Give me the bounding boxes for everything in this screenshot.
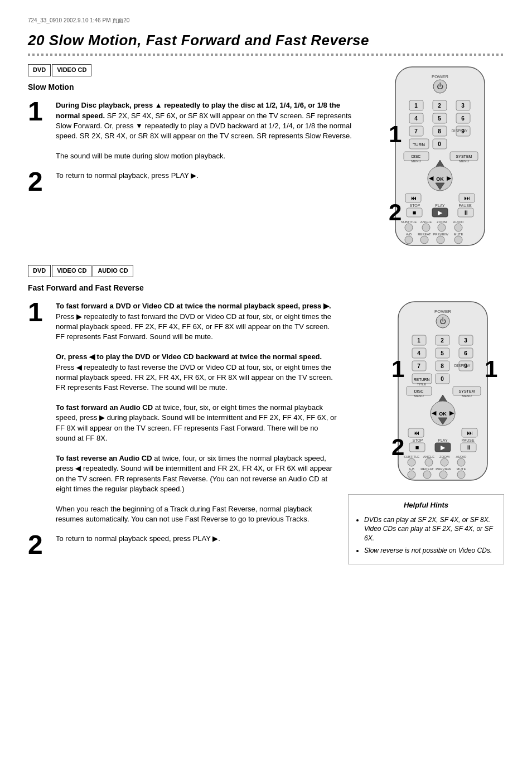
svg-point-67 xyxy=(454,236,462,244)
svg-text:▶: ▶ xyxy=(449,409,454,416)
svg-text:⏸: ⏸ xyxy=(463,209,469,216)
svg-text:PAUSE: PAUSE xyxy=(461,438,475,442)
svg-text:PLAY: PLAY xyxy=(435,204,445,207)
svg-point-128 xyxy=(425,458,433,466)
helpful-hints-list: DVDs can play at SF 2X, SF 4X, or SF 8X.… xyxy=(356,515,496,555)
svg-text:2: 2 xyxy=(438,103,441,109)
slow-motion-step1: 1 During Disc playback, press ▲ repeated… xyxy=(28,98,365,161)
svg-text:ANGLE: ANGLE xyxy=(420,220,432,224)
ff-step2: 2 To return to normal playback speed, pr… xyxy=(28,532,337,558)
svg-text:▶: ▶ xyxy=(441,444,446,451)
svg-point-57 xyxy=(422,224,430,231)
svg-text:4: 4 xyxy=(417,350,420,356)
title-divider xyxy=(28,54,504,56)
svg-point-65 xyxy=(420,236,428,244)
svg-text:0: 0 xyxy=(441,376,444,382)
svg-text:TURN: TURN xyxy=(413,142,425,147)
helpful-hint-2: Slow reverse is not possible on Video CD… xyxy=(364,546,496,555)
svg-text:DISC: DISC xyxy=(414,389,424,393)
svg-text:1: 1 xyxy=(414,103,418,109)
ff-format-tags: DVD VIDEO CD AUDIO CD xyxy=(28,265,504,277)
ff-step2-text: To return to normal playback speed, pres… xyxy=(56,534,220,543)
svg-text:A-B: A-B xyxy=(406,233,412,236)
ff-step1: 1 To fast forward a DVD or Video CD at t… xyxy=(28,299,337,524)
svg-text:DISPLAY: DISPLAY xyxy=(451,129,467,133)
svg-text:REPEAT: REPEAT xyxy=(418,233,431,236)
svg-text:▶: ▶ xyxy=(447,175,452,181)
svg-text:ANGLE: ANGLE xyxy=(423,455,434,458)
step2-content: To return to normal playback, press PLAY… xyxy=(56,168,365,195)
svg-text:8: 8 xyxy=(438,128,441,134)
ff-tag-videocd: VIDEO CD xyxy=(52,265,91,277)
ff-step2-content: To return to normal playback speed, pres… xyxy=(56,532,337,558)
ff-tag-dvd: DVD xyxy=(28,265,51,277)
ff-step1-bold3: To fast forward an Audio CD xyxy=(56,403,153,412)
svg-text:MUTE: MUTE xyxy=(457,467,466,471)
ff-remote-svg: POWER ⏻ 1 2 3 4 5 6 7 8 9 xyxy=(381,299,504,489)
svg-point-127 xyxy=(408,458,415,466)
helpful-hints-title: Helpful Hints xyxy=(356,500,496,510)
svg-point-135 xyxy=(408,471,415,479)
step1-text2: The sound will be mute during slow motio… xyxy=(56,152,225,160)
svg-text:⏮: ⏮ xyxy=(410,195,417,201)
svg-text:DISC: DISC xyxy=(412,154,421,158)
svg-point-129 xyxy=(441,458,448,466)
slow-motion-remote-container: POWER ⏻ 1 2 3 4 5 6 7 8 9 DISPLAY xyxy=(376,64,504,254)
svg-text:MENU: MENU xyxy=(414,394,424,398)
ff-step1-bold1: To fast forward a DVD or Video CD at twi… xyxy=(56,302,331,310)
step2-number: 2 xyxy=(28,168,50,195)
svg-text:◀: ◀ xyxy=(429,175,434,181)
svg-text:■: ■ xyxy=(415,444,419,451)
svg-text:◀: ◀ xyxy=(432,409,437,416)
svg-text:⏭: ⏭ xyxy=(467,429,473,436)
ff-section-title: Fast Forward and Fast Reverse xyxy=(28,283,504,294)
svg-text:2: 2 xyxy=(389,199,402,225)
ff-step1-bold4: To fast reverse an Audio CD xyxy=(56,454,152,462)
svg-text:⏮: ⏮ xyxy=(413,429,419,436)
svg-text:2: 2 xyxy=(441,337,444,344)
svg-text:MUTE: MUTE xyxy=(454,233,463,236)
ff-step1-number: 1 xyxy=(28,299,50,524)
svg-text:STOP: STOP xyxy=(410,204,420,207)
page-title: 20 Slow Motion, Fast Forward and Fast Re… xyxy=(28,30,504,50)
svg-text:STOP: STOP xyxy=(413,438,423,442)
svg-text:SUBTITLE: SUBTITLE xyxy=(401,220,417,224)
slow-motion-step2: 2 To return to normal playback, press PL… xyxy=(28,168,365,195)
svg-text:OK: OK xyxy=(439,411,447,417)
svg-text:4: 4 xyxy=(414,115,418,122)
ff-tag-audiocd: AUDIO CD xyxy=(93,265,133,277)
svg-text:ZOOM: ZOOM xyxy=(437,220,447,224)
svg-text:6: 6 xyxy=(461,115,465,122)
slow-motion-format-tags: DVD VIDEO CD xyxy=(28,64,365,76)
ff-step1-text2: Press ◀ repeatedly to fast reverse the D… xyxy=(56,363,333,392)
svg-text:3: 3 xyxy=(464,337,467,344)
svg-text:PREVIEW: PREVIEW xyxy=(436,467,451,471)
ff-step2-number: 2 xyxy=(28,532,50,558)
slow-motion-title: Slow Motion xyxy=(28,82,365,93)
svg-point-59 xyxy=(454,224,462,231)
svg-text:▶: ▶ xyxy=(438,209,443,216)
svg-text:PREVIEW: PREVIEW xyxy=(433,233,448,236)
svg-text:⏭: ⏭ xyxy=(464,195,470,201)
svg-text:MENU: MENU xyxy=(411,160,421,163)
svg-text:8: 8 xyxy=(441,363,444,369)
format-tag-videocd: VIDEO CD xyxy=(52,64,91,76)
svg-text:5: 5 xyxy=(441,350,444,356)
svg-text:3: 3 xyxy=(461,103,465,109)
slow-motion-remote-svg: POWER ⏻ 1 2 3 4 5 6 7 8 9 DISPLAY xyxy=(379,64,501,254)
svg-text:AUDIO: AUDIO xyxy=(453,220,463,224)
svg-text:REPEAT: REPEAT xyxy=(420,467,434,471)
svg-text:0: 0 xyxy=(438,141,441,147)
svg-point-56 xyxy=(405,224,413,231)
svg-text:ZOOM: ZOOM xyxy=(439,455,449,458)
svg-text:1: 1 xyxy=(391,356,404,382)
svg-text:MENU: MENU xyxy=(462,394,472,398)
svg-text:⏸: ⏸ xyxy=(466,444,472,451)
ff-step1-bold2: Or, press ◀ to play the DVD or Video CD … xyxy=(56,352,322,361)
svg-text:SYSTEM: SYSTEM xyxy=(456,154,472,158)
svg-text:5: 5 xyxy=(438,115,441,122)
helpful-hint-1: DVDs can play at SF 2X, SF 4X, or SF 8X.… xyxy=(364,515,496,543)
svg-text:DISPLAY: DISPLAY xyxy=(454,364,470,368)
page-header-small: 724_33_0910 2002.9.10 1:46 PM 頁面20 xyxy=(28,17,504,25)
svg-point-58 xyxy=(438,224,446,231)
